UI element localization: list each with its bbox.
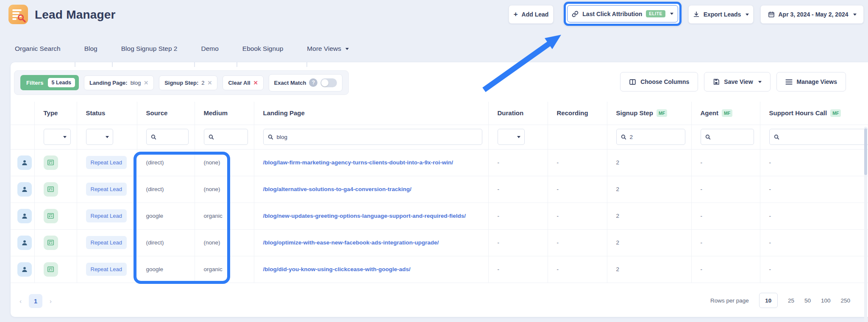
status-badge: Repeat Lead: [86, 156, 127, 169]
next-page-icon[interactable]: ›: [50, 297, 52, 305]
header-medium: Medium: [195, 102, 254, 125]
status-badge: Repeat Lead: [86, 236, 127, 249]
plus-icon: +: [514, 10, 518, 19]
row-signup-step-cell: 2: [607, 176, 691, 203]
duration-filter-select[interactable]: [498, 129, 525, 145]
type-filter-select[interactable]: [44, 129, 71, 145]
form-lead-icon: [44, 155, 58, 170]
filter-source-cell: [137, 125, 195, 149]
save-view-button[interactable]: Save View: [704, 72, 770, 92]
prev-page-icon[interactable]: ‹: [19, 297, 22, 305]
status-filter-select[interactable]: [86, 129, 113, 145]
remove-filter-icon[interactable]: ✕: [208, 80, 212, 86]
header-source: Source: [137, 102, 195, 125]
landing-page-filter-field[interactable]: [277, 134, 478, 140]
filter-chip-landing-page[interactable]: Landing Page:blog ✕: [84, 75, 154, 90]
export-leads-button[interactable]: Export Leads: [688, 5, 754, 24]
page-1-button[interactable]: 1: [29, 294, 42, 308]
landing-page-link[interactable]: /blog/did-you-know-using-clickcease-with…: [263, 266, 411, 272]
exact-match-control: Exact Match ?: [269, 74, 343, 92]
app-logo-icon: [8, 5, 28, 24]
manage-views-button[interactable]: Manage Views: [776, 72, 846, 92]
scrollbar-thumb[interactable]: [864, 128, 867, 175]
landing-page-link[interactable]: /blog/alternative-solutions-to-ga4-conve…: [263, 186, 412, 192]
rows-per-page-250[interactable]: 250: [840, 297, 850, 304]
filter-duration-cell: [488, 125, 548, 149]
tab-blog[interactable]: Blog: [84, 42, 97, 55]
table-row[interactable]: Repeat Lead (direct) (none) /blog/altern…: [11, 176, 868, 203]
table-row[interactable]: Repeat Lead google organic /blog/did-you…: [11, 256, 868, 283]
add-lead-button[interactable]: + Add Lead: [509, 5, 554, 24]
filters-button[interactable]: Filters 5 Leads: [20, 75, 79, 90]
filter-chip-signup-step[interactable]: Signup Step:2 ✕: [159, 75, 217, 90]
support-filter-field[interactable]: [783, 134, 868, 140]
exact-match-toggle[interactable]: [320, 78, 337, 87]
medium-filter-input[interactable]: [204, 129, 248, 145]
rows-per-page-10[interactable]: 10: [759, 293, 778, 308]
row-medium-cell: (none): [195, 149, 254, 176]
choose-columns-button[interactable]: Choose Columns: [620, 72, 698, 92]
medium-filter-field[interactable]: [217, 134, 243, 140]
landing-page-filter-input[interactable]: [263, 129, 482, 145]
row-support-cell: -: [760, 149, 868, 176]
person-icon: [17, 155, 32, 170]
more-views-dropdown[interactable]: More Views: [307, 42, 349, 55]
chevron-down-icon: [853, 14, 857, 16]
table-row[interactable]: Repeat Lead google organic /blog/new-upd…: [11, 203, 868, 229]
row-support-cell: -: [760, 176, 868, 203]
list-icon: [785, 79, 793, 85]
help-icon[interactable]: ?: [309, 78, 317, 87]
row-source-cell: (direct): [137, 149, 195, 176]
landing-page-link[interactable]: /blog/law-firm-marketing-agency-turns-cl…: [263, 159, 453, 166]
signup-step-filter-input[interactable]: [616, 129, 685, 145]
row-recording-cell: -: [548, 149, 607, 176]
row-signup-step-cell: 2: [607, 149, 691, 176]
rows-per-page-25[interactable]: 25: [788, 297, 794, 304]
header-type: Type: [34, 102, 77, 125]
row-recording-cell: -: [548, 203, 607, 229]
signup-step-filter-field[interactable]: [630, 134, 681, 140]
row-avatar-cell: [11, 203, 34, 229]
last-click-attribution-button[interactable]: Last Click Attribution ELITE: [567, 5, 678, 22]
row-status-cell: Repeat Lead: [77, 256, 137, 283]
agent-filter-input[interactable]: [701, 129, 754, 145]
tab-blog-signup-step-2[interactable]: Blog Signup Step 2: [121, 42, 178, 55]
row-medium-cell: organic: [195, 256, 254, 283]
date-range-button[interactable]: Apr 3, 2024 - May 2, 2024: [760, 5, 864, 24]
tab-ebook-signup[interactable]: Ebook Signup: [242, 42, 284, 55]
tab-divider: [306, 62, 307, 67]
remove-filter-icon[interactable]: ✕: [144, 80, 148, 86]
rows-per-page-50[interactable]: 50: [804, 297, 811, 304]
landing-page-link[interactable]: /blog/new-updates-greeting-options-langu…: [263, 213, 466, 219]
row-recording-cell: -: [548, 256, 607, 283]
landing-page-link[interactable]: /blog/optimize-with-ease-new-facebook-ad…: [263, 239, 439, 246]
table-row[interactable]: Repeat Lead (direct) (none) /blog/optimi…: [11, 229, 868, 256]
clear-all-button[interactable]: Clear All ✕: [223, 75, 263, 90]
status-badge: Repeat Lead: [86, 183, 127, 196]
filter-avatar-cell: [11, 125, 34, 149]
tab-divider: [194, 62, 195, 67]
source-filter-field[interactable]: [160, 134, 184, 140]
row-avatar-cell: [11, 176, 34, 203]
tab-demo[interactable]: Demo: [201, 42, 218, 55]
person-icon: [17, 262, 32, 277]
row-status-cell: Repeat Lead: [77, 176, 137, 203]
table-row[interactable]: Repeat Lead (direct) (none) /blog/law-fi…: [11, 149, 868, 176]
support-filter-input[interactable]: [769, 129, 868, 145]
columns-icon: [629, 78, 636, 86]
row-recording-cell: -: [548, 229, 607, 256]
top-bar: Lead Manager + Add Lead Last Click Attri…: [0, 0, 868, 28]
leads-count-badge: 5 Leads: [48, 78, 75, 87]
agent-filter-field[interactable]: [714, 134, 749, 140]
search-icon: [151, 134, 156, 140]
row-landing-page-cell: /blog/alternative-solutions-to-ga4-conve…: [254, 176, 488, 203]
source-filter-input[interactable]: [146, 129, 189, 145]
header-landing-page: Landing Page: [254, 102, 488, 125]
search-icon: [209, 134, 214, 140]
row-agent-cell: -: [691, 149, 760, 176]
tab-organic-search[interactable]: Organic Search: [15, 42, 61, 55]
table-header-row: Type Status Source Medium Landing Page D…: [11, 102, 868, 125]
rows-per-page-100[interactable]: 100: [821, 297, 831, 304]
row-landing-page-cell: /blog/law-firm-marketing-agency-turns-cl…: [254, 149, 488, 176]
row-source-cell: (direct): [137, 176, 195, 203]
